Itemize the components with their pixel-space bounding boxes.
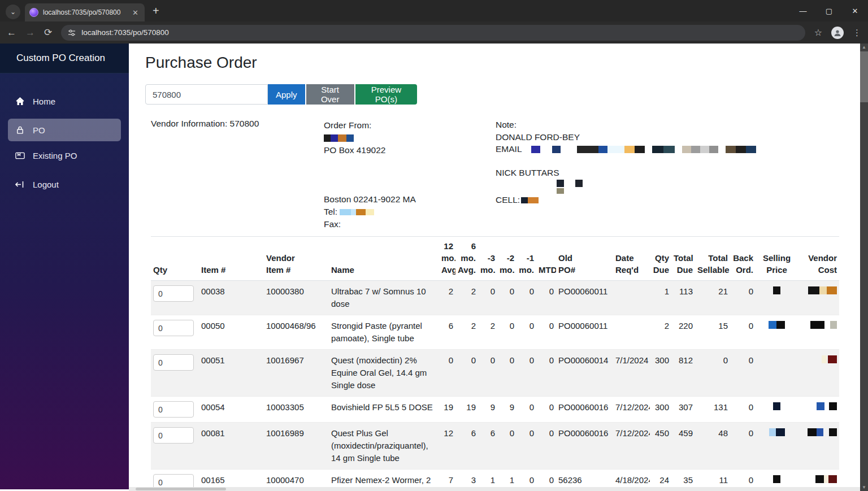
qty-input[interactable]	[153, 285, 194, 302]
browser-toolbar: ← → ⟳ localhost:7035/po/570800 ☆ ⋮	[0, 21, 868, 44]
redacted-nick-row2	[496, 188, 756, 194]
note-contact2: NICK BUTTARS	[496, 167, 756, 179]
qty-input[interactable]	[153, 427, 194, 444]
redacted-block	[810, 321, 824, 329]
app-title: Custom PO Creation	[0, 44, 129, 73]
preview-pos-button[interactable]: Preview PO(s)	[355, 84, 417, 105]
column-header-item: Item #	[199, 237, 264, 281]
qty_due-cell: 450	[650, 423, 671, 470]
tab-close-icon[interactable]: ✕	[131, 8, 140, 17]
sidebar-item-po[interactable]: PO	[8, 119, 121, 141]
mtd-cell: 0	[536, 315, 556, 350]
qty-input[interactable]	[153, 474, 194, 487]
redacted-tel	[340, 206, 374, 218]
mtd-cell: 0	[536, 470, 556, 488]
redacted-block	[829, 402, 837, 410]
refresh-icon[interactable]: ⟳	[44, 28, 52, 37]
old_po-cell: PO00060016	[556, 397, 613, 423]
back_ord-cell: 0	[730, 470, 756, 488]
column-header-m6: 6 mo. Avg.	[455, 237, 478, 281]
redacted-block	[700, 146, 709, 153]
scroll-up-icon[interactable]: ▲	[860, 44, 868, 51]
m6-cell: 2	[455, 315, 478, 350]
qty-cell	[151, 470, 199, 488]
selling-redacted-cell	[756, 315, 798, 350]
window-controls: — ▢ ✕	[790, 0, 868, 21]
qty-input[interactable]	[153, 401, 194, 418]
maximize-button[interactable]: ▢	[816, 0, 842, 21]
qty-input[interactable]	[153, 320, 194, 336]
qty_due-cell: 1	[650, 281, 671, 315]
m2-cell: 0	[497, 281, 517, 315]
selling-redacted-cell	[756, 423, 798, 470]
vertical-scroll-thumb[interactable]	[860, 51, 868, 102]
start-over-button[interactable]: Start Over	[306, 84, 354, 105]
table-row: 0005110016967Quest (moxidectin) 2% Equin…	[151, 350, 839, 397]
tab-search-button[interactable]: ⌄	[6, 5, 20, 19]
redacted-block	[822, 355, 827, 363]
tel-label: Tel:	[324, 205, 337, 219]
redacted-block	[808, 286, 819, 294]
forward-icon[interactable]: →	[25, 28, 35, 37]
column-header-vendor_item: Vendor Item #	[264, 237, 329, 281]
column-header-m1: -1 mo.	[517, 237, 536, 281]
sidebar-item-home[interactable]: Home	[8, 90, 121, 112]
mtd-cell: 0	[536, 423, 556, 470]
m1-cell: 0	[517, 470, 536, 488]
sidebar: Custom PO Creation HomePOExisting POLogo…	[0, 44, 129, 489]
redacted-block	[624, 146, 635, 153]
column-header-m2: -2 mo.	[497, 237, 517, 281]
sidebar-item-existing-po[interactable]: Existing PO	[8, 144, 121, 167]
page-title: Purchase Order	[145, 54, 860, 72]
vendor_item-cell: 10016967	[264, 350, 329, 397]
logout-icon	[15, 180, 25, 189]
cost-redacted-cell	[798, 281, 839, 315]
redacted-block	[338, 134, 346, 142]
minimize-button[interactable]: —	[790, 0, 816, 21]
vendor-info-section: Vendor Information: 570800 Order From: P…	[129, 119, 860, 229]
site-settings-icon[interactable]	[68, 29, 76, 37]
cost-redacted-cell	[798, 397, 839, 423]
sellable-cell: 131	[695, 397, 730, 423]
close-window-button[interactable]: ✕	[842, 0, 868, 21]
redacted-block	[746, 146, 756, 153]
redacted-block	[531, 146, 540, 153]
bookmark-star-icon[interactable]: ☆	[814, 27, 822, 38]
qty-input[interactable]	[153, 354, 194, 371]
order-from-block: Order From: PO Box 419022 Boston 02241-9…	[324, 119, 416, 231]
back_ord-cell: 0	[730, 315, 756, 350]
browser-tab[interactable]: localhost:7035/po/570800 ✕	[25, 3, 145, 21]
redacted-block	[824, 475, 828, 483]
city-line: Boston 02241-9022 MA	[324, 193, 416, 206]
horizontal-scrollbar[interactable]	[129, 487, 860, 491]
vendor_item-cell: 10000470	[264, 470, 329, 488]
old_po-cell: PO00060011	[556, 281, 613, 315]
back_ord-cell: 0	[730, 397, 756, 423]
horizontal-scroll-thumb[interactable]	[136, 488, 226, 490]
redacted-block	[776, 428, 785, 436]
m6-cell: 19	[455, 397, 478, 423]
scroll-down-icon[interactable]: ▼	[860, 484, 868, 491]
m3-cell: 0	[478, 281, 497, 315]
apply-button[interactable]: Apply	[268, 84, 305, 105]
qty_due-cell: 300	[650, 350, 671, 397]
main-content: Purchase Order Apply Start Over Preview …	[129, 44, 860, 487]
redacted-block	[331, 134, 338, 142]
m6-cell: 3	[455, 470, 478, 488]
po-number-input[interactable]	[145, 84, 268, 105]
sidebar-item-logout[interactable]: Logout	[8, 173, 121, 195]
table-row: 0005010000468/96Strongid Paste (pyrantel…	[151, 315, 839, 350]
tab-title: localhost:7035/po/570800	[43, 8, 126, 16]
back-icon[interactable]: ←	[7, 28, 16, 37]
toolbar-right: ☆ ⋮	[814, 27, 861, 39]
item-cell: 00051	[199, 350, 264, 397]
new-tab-button[interactable]: +	[153, 5, 159, 18]
redacted-block	[769, 428, 776, 436]
qty-cell	[151, 315, 199, 350]
vertical-scrollbar[interactable]: ▲ ▼	[860, 44, 868, 491]
column-header-selling: Selling Price	[756, 237, 798, 281]
browser-window: ⌄ localhost:7035/po/570800 ✕ + — ▢ ✕ ← →…	[0, 0, 868, 491]
menu-kebab-icon[interactable]: ⋮	[853, 28, 861, 38]
url-bar[interactable]: localhost:7035/po/570800	[61, 25, 805, 41]
profile-avatar[interactable]	[831, 27, 844, 39]
